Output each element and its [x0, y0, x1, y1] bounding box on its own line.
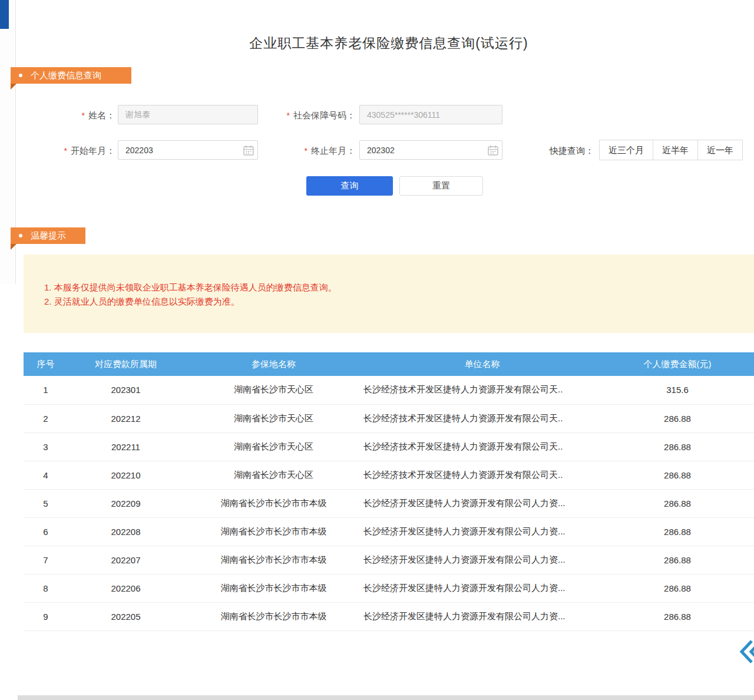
- section-badge-personal-payment-query: 个人缴费信息查询: [11, 67, 131, 84]
- required-asterisk: *: [82, 111, 85, 120]
- quick-query-label: 快捷查询：: [550, 146, 594, 157]
- required-asterisk: *: [64, 146, 67, 156]
- end-month-label: *终止年月：: [292, 146, 355, 157]
- table-row: 5 202209 湖南省长沙市长沙市市本级 长沙经济开发区捷特人力资源开发有限公…: [24, 489, 754, 517]
- reset-button[interactable]: 重置: [399, 176, 483, 196]
- table-row: 7 202207 湖南省长沙市长沙市市本级 长沙经济开发区捷特人力资源开发有限公…: [24, 546, 754, 574]
- table-row: 4 202210 湖南省长沙市天心区 长沙经济技术开发区捷特人力资源开发有限公司…: [24, 461, 754, 489]
- ssn-input: [359, 105, 502, 124]
- quick-last-year-button[interactable]: 近一年: [697, 140, 743, 160]
- bullet-icon: [19, 234, 22, 237]
- table-row: 3 202211 湖南省长沙市天心区 长沙经济技术开发区捷特人力资源开发有限公司…: [24, 432, 754, 461]
- bottom-scrollbar[interactable]: [18, 695, 754, 700]
- quick-query-group: 近三个月 近半年 近一年: [600, 140, 743, 160]
- col-header-amount: 个人缴费金额(元): [601, 352, 754, 376]
- col-header-unit: 单位名称: [363, 352, 601, 376]
- col-header-seq: 序号: [24, 352, 68, 376]
- tips-notice-box: 1. 本服务仅提供尚未领取企业职工基本养老保险待遇人员的缴费信息查询。 2. 灵…: [24, 255, 754, 333]
- table-row: 8 202206 湖南省长沙市长沙市市本级 长沙经济开发区捷特人力资源开发有限公…: [24, 574, 754, 602]
- start-month-label: *开始年月：: [52, 146, 115, 157]
- end-month-input[interactable]: [359, 140, 502, 160]
- notice-line: 1. 本服务仅提供尚未领取企业职工基本养老保险待遇人员的缴费信息查询。: [44, 280, 754, 295]
- quick-last-half-year-button[interactable]: 近半年: [653, 140, 698, 160]
- quick-last-3-months-button[interactable]: 近三个月: [599, 140, 653, 160]
- calendar-icon[interactable]: [243, 144, 254, 156]
- payment-table: 序号 对应费款所属期 参保地名称 单位名称 个人缴费金额(元) 1 202301…: [24, 352, 754, 631]
- query-button[interactable]: 查询: [306, 176, 393, 196]
- sidebar-tab[interactable]: [0, 0, 9, 29]
- name-label: *姓名：: [59, 110, 115, 121]
- section-badge-label: 温馨提示: [31, 230, 66, 242]
- name-input: [118, 105, 258, 124]
- page-title: 企业职工基本养老保险缴费信息查询(试运行): [24, 34, 754, 52]
- table-row: 9 202205 湖南省长沙市长沙市市本级 长沙经济开发区捷特人力资源开发有限公…: [24, 602, 754, 630]
- calendar-icon[interactable]: [487, 144, 499, 156]
- start-month-input[interactable]: [118, 140, 258, 160]
- required-asterisk: *: [287, 111, 290, 120]
- table-row: 6 202208 湖南省长沙市长沙市市本级 长沙经济开发区捷特人力资源开发有限公…: [24, 517, 754, 546]
- table-row: 2 202212 湖南省长沙市天心区 长沙经济技术开发区捷特人力资源开发有限公司…: [24, 404, 754, 432]
- required-asterisk: *: [305, 146, 307, 156]
- col-header-place: 参保地名称: [184, 352, 363, 376]
- table-row: 1 202301 湖南省长沙市天心区 长沙经济技术开发区捷特人力资源开发有限公司…: [24, 376, 754, 404]
- ssn-label: *社会保障号码：: [268, 110, 355, 121]
- section-badge-label: 个人缴费信息查询: [31, 70, 101, 81]
- col-header-period: 对应费款所属期: [68, 352, 184, 376]
- chevron-double-left-icon[interactable]: [738, 638, 754, 665]
- notice-line: 2. 灵活就业人员的缴费单位信息以实际缴费为准。: [44, 295, 754, 309]
- section-badge-tips: 温馨提示: [11, 227, 85, 244]
- page: 企业职工基本养老保险缴费信息查询(试运行) 个人缴费信息查询 *姓名： *社会保…: [0, 0, 754, 700]
- bullet-icon: [19, 74, 22, 77]
- table-header-row: 序号 对应费款所属期 参保地名称 单位名称 个人缴费金额(元): [24, 352, 754, 376]
